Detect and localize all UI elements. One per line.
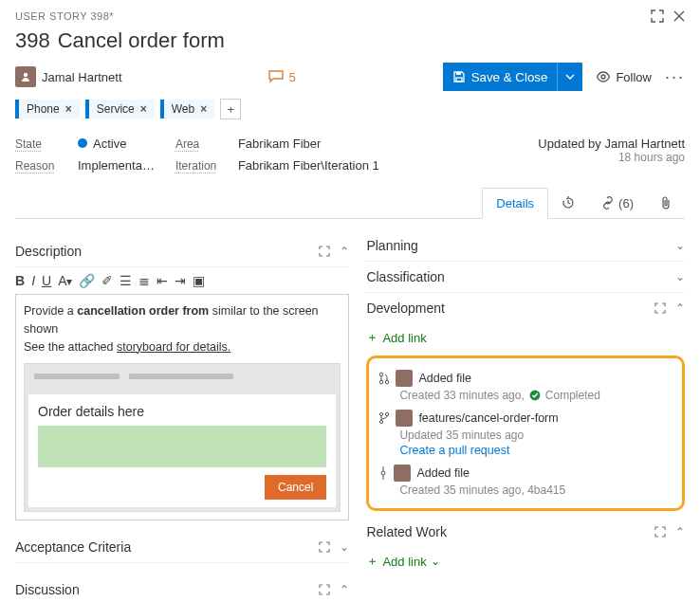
updated-ago: 18 hours ago: [538, 151, 685, 164]
tag-service[interactable]: Service×: [85, 100, 155, 119]
save-close-button[interactable]: Save & Close: [443, 63, 583, 91]
tab-attachments[interactable]: [647, 188, 685, 218]
comments-button[interactable]: 5: [268, 70, 295, 84]
chevron-down-icon[interactable]: ⌄: [675, 239, 685, 252]
follow-icon: [596, 71, 611, 82]
bold-icon[interactable]: B: [15, 273, 25, 288]
svg-point-10: [380, 420, 383, 423]
bullet-list-icon[interactable]: ☰: [120, 273, 132, 288]
work-item-title[interactable]: Cancel order form: [58, 28, 225, 52]
dev-item-title: Added file: [416, 466, 470, 480]
state-dot-icon: [78, 138, 87, 148]
reason-value[interactable]: Implementa…: [78, 158, 155, 173]
dev-item-title: features/cancel-order-form: [418, 411, 558, 425]
chevron-up-icon[interactable]: ⌃: [675, 301, 685, 315]
tag-remove-icon[interactable]: ×: [65, 102, 72, 116]
description-header: Description: [15, 244, 82, 259]
follow-button[interactable]: Follow: [596, 70, 652, 84]
chevron-down-icon: ⌄: [431, 555, 440, 568]
reason-label: Reason: [15, 159, 61, 173]
svg-point-3: [601, 75, 605, 79]
svg-point-4: [380, 373, 384, 376]
avatar: [396, 410, 413, 427]
svg-point-11: [381, 471, 385, 475]
pull-request-icon: [378, 372, 390, 385]
follow-label: Follow: [616, 70, 652, 84]
save-icon: [452, 70, 466, 83]
link-icon[interactable]: 🔗: [79, 273, 95, 288]
classification-header: Classification: [366, 269, 444, 284]
expand-icon[interactable]: [319, 246, 330, 257]
expand-icon[interactable]: [654, 302, 666, 314]
chevron-down-icon[interactable]: ⌄: [340, 540, 349, 554]
assignee-name: Jamal Hartnett: [42, 70, 122, 84]
dev-item-pr[interactable]: Added file Created 33 minutes ago,Comple…: [378, 366, 672, 406]
tab-details[interactable]: Details: [482, 188, 548, 219]
chevron-up-icon[interactable]: ⌃: [675, 525, 685, 538]
image-icon[interactable]: ▣: [193, 273, 205, 288]
planning-header: Planning: [366, 238, 418, 253]
svg-point-8: [380, 412, 383, 415]
tag-remove-icon[interactable]: ×: [200, 102, 207, 116]
related-add-link[interactable]: ＋Add link ⌄: [366, 547, 685, 575]
fullscreen-icon[interactable]: [651, 9, 664, 23]
work-item-type-label: USER STORY 398*: [15, 10, 114, 22]
mockup-image: Order details here Cancel: [24, 363, 341, 512]
development-highlighted-box: Added file Created 33 minutes ago,Comple…: [366, 356, 685, 511]
plus-icon: ＋: [366, 329, 378, 346]
dev-item-branch[interactable]: features/cancel-order-form Updated 35 mi…: [378, 406, 672, 461]
font-color-icon[interactable]: A▾: [58, 273, 72, 288]
area-label: Area: [175, 137, 221, 151]
expand-icon[interactable]: [319, 541, 330, 553]
chevron-down-icon[interactable]: ⌄: [675, 270, 685, 283]
iteration-label: Iteration: [175, 159, 221, 173]
commit-icon: [378, 466, 388, 480]
svg-point-5: [380, 380, 384, 384]
close-icon[interactable]: [673, 10, 685, 22]
mock-title: Order details here: [38, 402, 326, 422]
chevron-up-icon[interactable]: ⌃: [340, 245, 349, 258]
tag-row: Phone× Service× Web× +: [15, 99, 685, 119]
tab-links[interactable]: (6): [588, 188, 647, 218]
expand-icon[interactable]: [654, 526, 666, 538]
dev-item-title: Added file: [418, 372, 471, 385]
iteration-value[interactable]: Fabrikam Fiber\Iteration 1: [238, 158, 379, 173]
indent-icon[interactable]: ⇥: [175, 273, 186, 288]
dev-item-commit[interactable]: Added file Created 35 minutes ago, 4ba41…: [378, 461, 672, 501]
svg-point-9: [386, 412, 389, 415]
outdent-icon[interactable]: ⇤: [157, 273, 168, 288]
chevron-up-icon[interactable]: ⌃: [340, 583, 349, 596]
avatar: [394, 465, 411, 482]
clear-format-icon[interactable]: ✐: [101, 273, 113, 288]
development-header: Development: [366, 301, 445, 316]
save-close-dropdown[interactable]: [557, 63, 582, 91]
dev-add-link[interactable]: ＋Add link: [366, 323, 685, 352]
italic-icon[interactable]: I: [31, 273, 35, 288]
tab-history[interactable]: [548, 188, 588, 218]
assignee-picker[interactable]: Jamal Hartnett: [15, 66, 122, 87]
branch-icon: [378, 411, 390, 425]
save-close-label: Save & Close: [471, 70, 548, 84]
tag-web[interactable]: Web×: [160, 100, 214, 119]
tag-remove-icon[interactable]: ×: [140, 102, 147, 116]
more-actions-button[interactable]: ···: [665, 67, 685, 87]
tag-phone[interactable]: Phone×: [15, 100, 80, 119]
area-value[interactable]: Fabrikam Fiber: [238, 137, 321, 151]
work-item-id: 398: [15, 28, 50, 52]
svg-point-0: [24, 73, 28, 77]
comment-icon: [268, 70, 284, 83]
description-editor[interactable]: Provide a cancellation order from simila…: [15, 294, 349, 520]
number-list-icon[interactable]: ≣: [138, 273, 150, 288]
state-value[interactable]: Active: [78, 137, 126, 151]
add-tag-button[interactable]: +: [220, 99, 241, 119]
plus-icon: ＋: [366, 553, 378, 570]
create-pr-link[interactable]: Create a pull request: [399, 444, 672, 457]
svg-point-6: [386, 380, 390, 384]
related-work-header: Related Work: [366, 524, 447, 539]
updated-by: Updated by Jamal Hartnett: [538, 137, 685, 151]
svg-rect-1: [456, 78, 462, 82]
underline-icon[interactable]: U: [42, 273, 51, 288]
mock-cancel-button: Cancel: [265, 475, 326, 500]
expand-icon[interactable]: [319, 584, 330, 595]
avatar: [396, 370, 413, 387]
